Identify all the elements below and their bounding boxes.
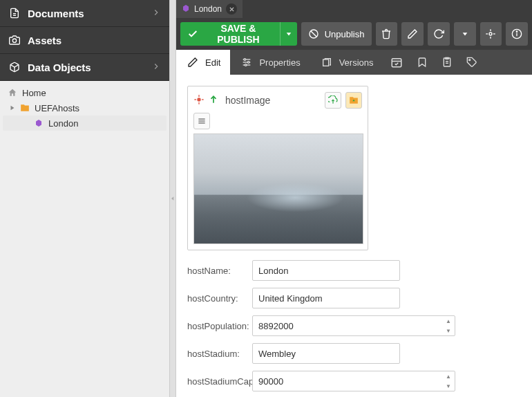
field-label: hostStadium: — [187, 349, 252, 359]
tab-title: London — [194, 4, 222, 14]
document-tab-london[interactable]: London — [176, 0, 243, 18]
nav-data-objects[interactable]: Data Objects — [0, 54, 169, 81]
object-icon — [33, 118, 44, 129]
svg-line-10 — [311, 31, 316, 37]
svg-point-25 — [245, 64, 247, 66]
image-preview[interactable] — [193, 133, 363, 244]
more-dropdown[interactable] — [454, 22, 476, 46]
nav-label: Documents — [28, 8, 84, 19]
nav-documents[interactable]: Documents — [0, 0, 169, 27]
subtab-label: Edit — [205, 57, 220, 68]
spinner-down[interactable]: ▼ — [442, 381, 455, 391]
svg-marker-8 — [286, 33, 291, 35]
save-publish-dropdown[interactable] — [280, 22, 297, 46]
collapse-handle[interactable] — [169, 0, 176, 397]
subtab-notes[interactable] — [435, 50, 459, 75]
spinner-up[interactable]: ▲ — [442, 316, 455, 326]
svg-marker-5 — [171, 196, 173, 200]
hostcountry-input[interactable] — [252, 288, 400, 308]
reload-button[interactable] — [428, 22, 450, 46]
tree-panel: Home UEFAhosts London — [0, 81, 169, 397]
subtab-label: Properties — [259, 57, 300, 68]
field-label: hostPopulation: — [187, 321, 252, 331]
tree-label: London — [48, 118, 78, 129]
sliders-icon — [240, 57, 254, 68]
content-area: hostImage hostName: hostCount — [176, 75, 532, 397]
arrow-up-icon — [209, 95, 218, 107]
field-label: hostName: — [187, 266, 252, 276]
pencil-icon — [186, 57, 200, 68]
tree-folder-uefahosts[interactable]: UEFAhosts — [3, 100, 167, 116]
toolbar: SAVE & PUBLISH Unpublish — [176, 18, 532, 50]
svg-marker-11 — [462, 33, 467, 35]
save-publish-button[interactable]: SAVE & PUBLISH — [180, 22, 280, 46]
svg-marker-4 — [11, 106, 15, 111]
button-label: SAVE & PUBLISH — [204, 23, 273, 45]
subtab-schedule[interactable] — [383, 50, 410, 75]
svg-point-12 — [489, 33, 492, 35]
collapse-icon[interactable] — [7, 102, 18, 113]
camera-icon — [8, 34, 21, 46]
object-icon — [182, 4, 190, 15]
sidebar: Documents Assets Data Objects H — [0, 0, 169, 397]
unpublish-button[interactable]: Unpublish — [301, 22, 372, 46]
target-icon — [193, 94, 205, 107]
field-label: hostImage — [225, 95, 321, 106]
tab-close-button[interactable] — [226, 3, 237, 15]
target-button[interactable] — [480, 22, 502, 46]
subtabs: Edit Properties Versions — [176, 50, 532, 75]
document-icon — [8, 7, 21, 19]
arrow-right-icon — [151, 62, 161, 73]
tree-label: UEFAhosts — [35, 103, 79, 113]
hoststadiumcap-input[interactable] — [252, 371, 455, 391]
upload-icon-button[interactable] — [325, 92, 341, 109]
subtab-edit[interactable]: Edit — [176, 50, 230, 75]
svg-point-34 — [198, 98, 200, 101]
svg-rect-27 — [392, 59, 401, 67]
spinner-up[interactable]: ▲ — [442, 371, 455, 381]
folder-upload-button[interactable] — [345, 92, 362, 109]
svg-point-19 — [516, 31, 517, 32]
hostpopulation-input[interactable] — [252, 315, 455, 336]
image-menu-button[interactable] — [193, 113, 210, 129]
tree-item-london[interactable]: London — [3, 116, 167, 131]
nav-assets[interactable]: Assets — [0, 27, 169, 54]
info-button[interactable] — [506, 22, 528, 46]
field-label: hostStadiumCap: — [187, 376, 252, 387]
svg-point-23 — [244, 59, 246, 61]
svg-rect-26 — [323, 59, 328, 66]
field-label: hostCountry: — [187, 293, 252, 304]
versions-icon — [320, 57, 334, 68]
spinner-down[interactable]: ▼ — [442, 326, 455, 335]
tree-label: Home — [22, 88, 46, 98]
subtab-bookmark[interactable] — [410, 50, 435, 75]
svg-point-33 — [468, 59, 470, 61]
document-tabbar: London — [176, 0, 532, 18]
folder-icon — [19, 102, 30, 113]
nav-label: Data Objects — [28, 62, 91, 73]
cube-icon — [8, 61, 21, 73]
arrow-right-icon — [151, 8, 161, 19]
main-area: London SAVE & PUBLISH Unpublish — [176, 0, 532, 397]
subtab-versions[interactable]: Versions — [310, 50, 383, 75]
rename-button[interactable] — [401, 22, 424, 46]
hoststadium-input[interactable] — [252, 343, 400, 364]
nav-label: Assets — [28, 35, 61, 46]
svg-point-24 — [248, 62, 250, 64]
subtab-properties[interactable]: Properties — [230, 50, 310, 75]
button-label: Unpublish — [325, 29, 365, 39]
subtab-tag[interactable] — [459, 50, 484, 75]
svg-point-2 — [12, 39, 16, 42]
nav-section: Documents Assets Data Objects — [0, 0, 169, 81]
home-icon — [7, 87, 18, 98]
delete-button[interactable] — [376, 22, 398, 46]
hostimage-panel: hostImage — [187, 86, 368, 250]
subtab-label: Versions — [339, 57, 374, 68]
tree-root-home[interactable]: Home — [3, 85, 167, 100]
hostname-input[interactable] — [252, 260, 400, 281]
